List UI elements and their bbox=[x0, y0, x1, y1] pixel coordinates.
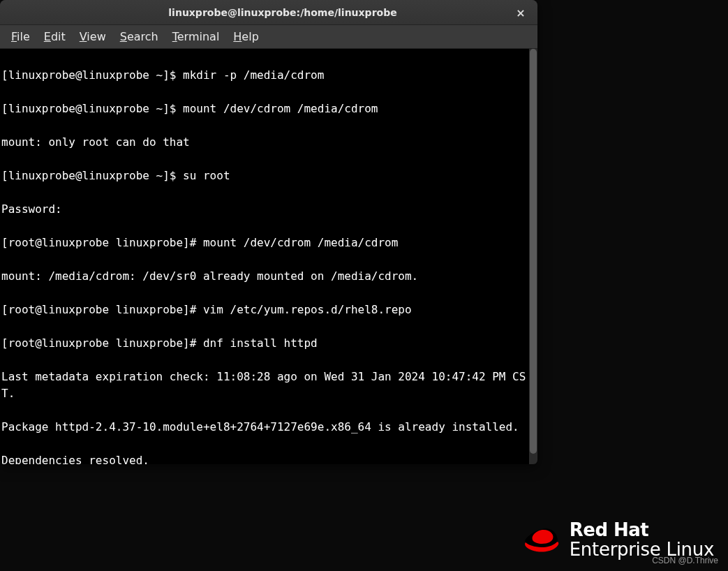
watermark: CSDN @D.Thrive bbox=[652, 556, 718, 565]
titlebar[interactable]: linuxprobe@linuxprobe:/home/linuxprobe × bbox=[0, 0, 537, 25]
redhat-logo: Red Hat Enterprise Linux bbox=[523, 521, 714, 558]
menu-file[interactable]: File bbox=[4, 27, 37, 46]
terminal-line: Last metadata expiration check: 11:08:28… bbox=[1, 369, 535, 402]
close-button[interactable]: × bbox=[511, 0, 530, 25]
terminal-line: [root@linuxprobe linuxprobe]# dnf instal… bbox=[1, 335, 535, 352]
terminal-line: [linuxprobe@linuxprobe ~]$ mount /dev/cd… bbox=[1, 101, 535, 117]
redhat-text: Red Hat Enterprise Linux bbox=[570, 521, 714, 558]
menu-view[interactable]: View bbox=[73, 27, 113, 46]
terminal-line: Password: bbox=[1, 201, 535, 218]
terminal-body[interactable]: [linuxprobe@linuxprobe ~]$ mkdir -p /med… bbox=[0, 49, 537, 464]
menu-help[interactable]: Help bbox=[226, 27, 265, 46]
terminal-line: [linuxprobe@linuxprobe ~]$ su root bbox=[1, 168, 535, 184]
terminal-line: Package httpd-2.4.37-10.module+el8+2764+… bbox=[1, 419, 535, 436]
terminal-line: [root@linuxprobe linuxprobe]# mount /dev… bbox=[1, 235, 535, 251]
redhat-line1: Red Hat bbox=[570, 521, 714, 539]
terminal-line: [root@linuxprobe linuxprobe]# vim /etc/y… bbox=[1, 302, 535, 318]
menubar: File Edit View Search Terminal Help bbox=[0, 25, 537, 49]
scrollbar[interactable] bbox=[529, 49, 537, 464]
terminal-line: mount: /media/cdrom: /dev/sr0 already mo… bbox=[1, 268, 535, 285]
terminal-window: linuxprobe@linuxprobe:/home/linuxprobe ×… bbox=[0, 0, 537, 464]
terminal-line: [linuxprobe@linuxprobe ~]$ mkdir -p /med… bbox=[1, 67, 535, 84]
menu-edit[interactable]: Edit bbox=[37, 27, 73, 46]
terminal-line: mount: only root can do that bbox=[1, 134, 535, 151]
terminal-line: Dependencies resolved. bbox=[1, 452, 535, 464]
scrollbar-thumb[interactable] bbox=[530, 49, 537, 454]
menu-terminal[interactable]: Terminal bbox=[165, 27, 227, 46]
window-title: linuxprobe@linuxprobe:/home/linuxprobe bbox=[140, 7, 396, 18]
menu-search[interactable]: Search bbox=[113, 27, 165, 46]
redhat-hat-icon bbox=[523, 522, 563, 557]
